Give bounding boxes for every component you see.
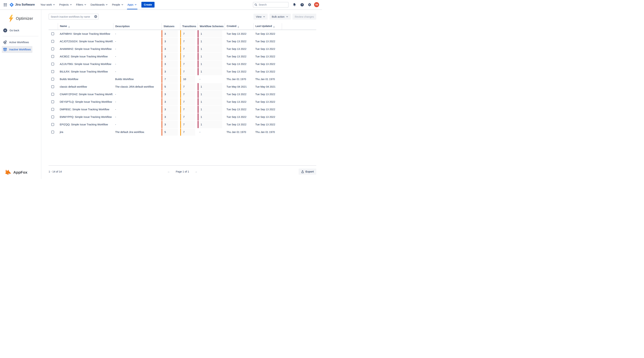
export-button-label: Export: [306, 170, 314, 173]
help-button[interactable]: ?: [299, 2, 305, 8]
row-checkbox[interactable]: [51, 123, 54, 126]
cell-description: -: [113, 45, 162, 53]
export-icon: [301, 170, 304, 173]
go-back-button[interactable]: Go back: [2, 27, 39, 34]
cell-transitions: 7: [180, 128, 198, 136]
pagination: ← Page 1 of 1 →: [167, 170, 198, 174]
column-header-created[interactable]: Created: [225, 23, 254, 30]
cell-updated: Thu Jan 01 1970: [254, 128, 282, 136]
sidebar-item-label: Inactive Workflows: [9, 48, 31, 51]
view-button[interactable]: View: [254, 14, 268, 20]
row-checkbox[interactable]: [51, 108, 54, 111]
global-search-input[interactable]: [253, 2, 288, 8]
cell-extra: [282, 113, 316, 121]
cell-checkbox: [48, 113, 58, 121]
app-switcher-button[interactable]: [2, 2, 8, 8]
row-checkbox[interactable]: [51, 48, 54, 50]
export-button[interactable]: Export: [298, 168, 316, 175]
cell-schemes: 1: [198, 53, 225, 60]
cell-checkbox: [48, 60, 58, 68]
cell-description: -: [113, 60, 162, 68]
topnav-right: ? TB: [253, 2, 319, 8]
cell-extra: [282, 76, 316, 83]
chevron-down-icon: [286, 16, 288, 18]
cell-name: Builds Workflow: [58, 76, 113, 83]
table-footer: 1 - 14 of 14 ← Page 1 of 1 → Export: [48, 165, 316, 179]
cell-created: Tue May 04 2021: [225, 83, 254, 90]
column-header-extra: [282, 23, 316, 30]
sidebar-item-active-workflows[interactable]: Active Workflows: [2, 39, 30, 46]
row-checkbox[interactable]: [51, 70, 54, 73]
row-checkbox[interactable]: [51, 130, 54, 134]
chevron-down-icon: [121, 4, 124, 6]
prev-page-button[interactable]: ←: [167, 170, 170, 174]
nav-item-your-work[interactable]: Your work: [38, 0, 57, 9]
sidebar-divider: [2, 36, 38, 36]
column-header-last-updated[interactable]: Last Updated: [254, 23, 282, 30]
review-changes-button[interactable]: Review changes: [292, 14, 316, 20]
table-row: CNARYZFDHZ: Simple Issue Tracking Workfl…: [48, 90, 316, 98]
row-checkbox[interactable]: [51, 62, 54, 66]
cell-updated: Tue May 04 2021: [254, 83, 282, 90]
cell-schemes: 1: [198, 83, 225, 90]
settings-button[interactable]: [306, 2, 313, 8]
user-avatar[interactable]: TB: [314, 2, 319, 7]
cell-transitions: 7: [180, 68, 198, 76]
clear-search-icon[interactable]: ✕: [94, 15, 97, 18]
product-name: Jira Software: [15, 3, 35, 6]
optimizer-logo: Optimizer: [8, 15, 39, 22]
row-checkbox[interactable]: [51, 85, 54, 88]
cell-created: Tue Sep 13 2022: [225, 30, 254, 38]
next-page-button[interactable]: →: [194, 170, 198, 174]
nav-item-filters[interactable]: Filters: [74, 0, 88, 9]
jira-logo[interactable]: Jira Software: [9, 2, 35, 7]
create-button[interactable]: Create: [142, 2, 154, 8]
cell-transitions: 7: [180, 38, 198, 45]
cell-updated: Tue Sep 13 2022: [254, 90, 282, 98]
nav-item-apps[interactable]: Apps: [126, 0, 139, 9]
chevron-down-icon: [263, 16, 265, 18]
archive-box-icon: [3, 48, 7, 51]
view-button-label: View: [256, 15, 262, 18]
row-checkbox[interactable]: [51, 78, 54, 80]
cell-updated: Thu Jan 01 1970: [254, 76, 282, 83]
cell-statuses: 3: [162, 106, 180, 113]
sidebar-item-inactive-workflows[interactable]: Inactive Workflows: [2, 46, 32, 53]
cell-statuses: 3: [162, 45, 180, 53]
topnav-menu: Your workProjectsFiltersDashboardsPeople…: [38, 0, 139, 9]
table-row: AHAMWHZ: Simple Issue Tracking Workflow-…: [48, 45, 316, 53]
row-checkbox[interactable]: [51, 100, 54, 103]
cell-statuses: 3: [162, 113, 180, 121]
row-checkbox[interactable]: [51, 55, 54, 58]
sort-icon: [68, 26, 70, 28]
workflow-table-container: NameDescriptionStatusesTransitionsWorkfl…: [48, 23, 316, 136]
cell-checkbox: [48, 68, 58, 76]
cell-updated: Tue Sep 13 2022: [254, 53, 282, 60]
row-checkbox[interactable]: [51, 93, 54, 96]
cell-description: -: [113, 121, 162, 128]
cell-extra: [282, 45, 316, 53]
cell-checkbox: [48, 45, 58, 53]
nav-item-projects[interactable]: Projects: [57, 0, 74, 9]
row-checkbox[interactable]: [51, 116, 54, 118]
row-checkbox[interactable]: [51, 40, 54, 43]
column-header-label: Transitions: [182, 25, 196, 28]
notifications-button[interactable]: [292, 2, 298, 8]
cell-statuses: 3: [162, 121, 180, 128]
cell-name: CNARYZFDHZ: Simple Issue Tracking Workfl…: [58, 90, 113, 98]
bulk-action-button[interactable]: Bulk action: [270, 14, 291, 20]
cell-updated: Tue Sep 13 2022: [254, 68, 282, 76]
appfox-brand-text: AppFox: [13, 170, 27, 174]
go-back-label: Go back: [10, 29, 19, 32]
nav-item-dashboards[interactable]: Dashboards: [88, 0, 110, 9]
workflow-search-input[interactable]: [48, 14, 98, 20]
jira-diamond-icon: [9, 2, 14, 7]
column-header-label: Workflow Schemes: [200, 25, 224, 28]
cell-updated: Tue Sep 13 2022: [254, 106, 282, 113]
column-header-name[interactable]: Name: [58, 23, 113, 30]
nav-item-people[interactable]: People: [110, 0, 126, 9]
cell-transitions: 7: [180, 90, 198, 98]
row-checkbox[interactable]: [51, 32, 54, 35]
column-header-description: Description: [113, 23, 162, 30]
cell-statuses: 3: [162, 68, 180, 76]
